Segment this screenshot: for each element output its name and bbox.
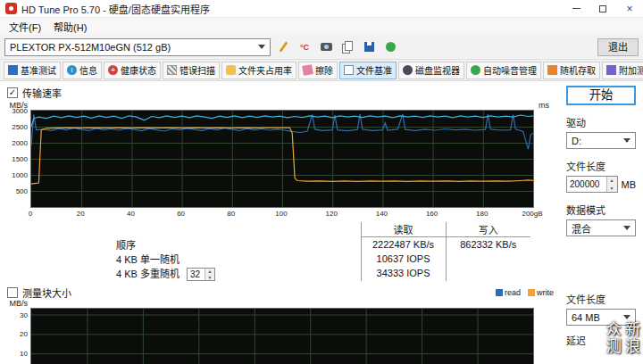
tab-10[interactable]: 附加测试 — [602, 62, 643, 79]
transfer-rate-checkbox[interactable]: ✓ — [7, 87, 18, 98]
transfer-rate-row: ✓ 传输速率 — [7, 86, 554, 100]
x-tick-label: 40 — [127, 210, 135, 218]
drive-select-value: PLEXTOR PX-512M10eGN (512 gB) — [10, 42, 255, 53]
file-length-unit: MB — [622, 179, 637, 190]
y-tick-label: 1000 — [12, 171, 28, 179]
read-value: 34333 IOPS — [361, 266, 446, 282]
tab-label: 文件基准 — [356, 63, 392, 77]
queue-depth-stepper[interactable]: 32▲▼ — [187, 268, 215, 281]
save-icon — [364, 42, 374, 52]
tab-label: 信息 — [79, 63, 97, 77]
exit-button[interactable]: 退出 — [597, 38, 639, 56]
tab-1[interactable]: i信息 — [63, 62, 102, 79]
y-tick-label: 3000 — [12, 107, 28, 115]
drive-letter-value: D: — [572, 136, 620, 146]
file-length-stepper[interactable]: 200000 ▲▼ — [566, 176, 618, 193]
write-legend-swatch — [528, 289, 535, 296]
menu-file[interactable]: 文件(F) — [3, 18, 47, 36]
block-size-checkbox[interactable] — [7, 287, 18, 298]
bottom-file-length-label: 文件长度 — [559, 292, 636, 306]
toolbar: PLEXTOR PX-512M10eGN (512 gB) °C 退出 — [0, 35, 643, 60]
tab-7[interactable]: 磁盘监视器 — [398, 62, 464, 79]
tab-label: 健康状态 — [121, 63, 156, 77]
x-tick-label: 20 — [77, 210, 85, 218]
arrow-up-icon[interactable]: ▲ — [607, 177, 617, 185]
app-icon — [5, 3, 17, 14]
tab-0[interactable]: 基准测试 — [4, 62, 61, 79]
camera-icon — [321, 43, 332, 51]
info-icon: i — [67, 65, 77, 75]
benchmark-area: ✓ 传输速率 MB/s ms 50010001500200025003000 0… — [7, 86, 554, 364]
tab-6[interactable]: 文件基准 — [339, 62, 397, 79]
x-tick-label: 60 — [177, 210, 185, 218]
chevron-down-icon — [623, 138, 630, 143]
tab-9[interactable]: 随机存取 — [543, 62, 600, 79]
y-tick-label: 1500 — [12, 155, 28, 163]
tab-label: 自动噪音管理 — [483, 63, 537, 77]
block-size-label: 测量块大小 — [22, 285, 71, 300]
result-row: 4 KB 多重随机32▲▼34333 IOPS — [111, 266, 530, 282]
close-button[interactable]: × — [616, 0, 643, 17]
screenshot-button[interactable] — [317, 38, 335, 56]
y-tick-label: 2000 — [12, 139, 28, 147]
result-row-label: 4 KB 单一随机 — [111, 252, 361, 266]
drive-letter-select[interactable]: D: — [566, 132, 636, 149]
read-value: 10637 IOPS — [361, 252, 446, 266]
result-row: 4 KB 单一随机10637 IOPS — [111, 252, 530, 266]
block-size-plot — [30, 308, 534, 364]
chevron-down-icon — [623, 315, 630, 319]
acoustic-icon — [471, 65, 480, 75]
x-tick-label: 120 — [326, 210, 338, 218]
benchmark-icon — [8, 65, 18, 75]
read-legend-swatch — [496, 289, 503, 296]
menu-help[interactable]: 帮助(H) — [47, 18, 93, 36]
arrow-down-icon[interactable]: ▼ — [205, 275, 214, 281]
title-bar: HD Tune Pro 5.70 - 硬盘/固态硬盘实用程序 × — [0, 0, 643, 18]
minimize-button[interactable] — [563, 0, 589, 17]
edit-pencil-button[interactable] — [274, 38, 292, 56]
data-mode-select[interactable]: 混合 — [566, 219, 636, 236]
tab-label: 附加测试 — [619, 63, 643, 77]
random-access-icon — [547, 65, 557, 75]
write-value — [446, 266, 530, 282]
acoustic-toolbar-button[interactable] — [381, 38, 399, 56]
y-tick-label: 20 — [20, 330, 28, 338]
result-row-label: 顺序 — [111, 237, 361, 252]
chevron-down-icon — [258, 45, 265, 49]
copy-button[interactable] — [338, 38, 356, 56]
file-length-label: 文件长度 — [559, 159, 636, 173]
maximize-icon — [599, 5, 606, 12]
tab-bar: 基准测试i信息+健康状态错误扫描文件夹占用率擦除文件基准磁盘监视器自动噪音管理随… — [0, 60, 643, 81]
temperature-button[interactable]: °C — [296, 38, 313, 56]
x-tick-label: 140 — [376, 210, 388, 218]
start-button[interactable]: 开始 — [566, 86, 636, 105]
result-row: 顺序2222487 KB/s862332 KB/s — [111, 237, 530, 252]
temperature-icon: °C — [300, 43, 309, 52]
drive-select[interactable]: PLEXTOR PX-512M10eGN (512 gB) — [4, 38, 271, 56]
transfer-rate-plot — [30, 110, 534, 208]
tab-2[interactable]: +健康状态 — [104, 62, 161, 79]
tab-5[interactable]: 擦除 — [298, 62, 338, 79]
x-tick-label: 180 — [476, 210, 488, 218]
transfer-rate-label: 传输速率 — [22, 86, 62, 100]
tab-3[interactable]: 错误扫描 — [163, 62, 220, 79]
tab-label: 错误扫描 — [180, 63, 215, 77]
drive-label: 驱动 — [559, 115, 636, 129]
health-icon: + — [108, 65, 118, 75]
copy-icon — [345, 41, 353, 51]
stepper-arrows[interactable]: ▲▼ — [606, 177, 617, 192]
maximize-button[interactable] — [589, 0, 616, 17]
main-chart-axis-units: MB/s ms — [7, 100, 554, 110]
legend-read: read — [496, 288, 521, 297]
write-column-header: 写入 — [446, 222, 530, 237]
save-button[interactable] — [360, 38, 378, 56]
tab-8[interactable]: 自动噪音管理 — [466, 62, 541, 79]
tab-label: 文件夹占用率 — [238, 63, 292, 77]
block-chart-axis-units: MB/s — [7, 299, 554, 308]
arrow-down-icon[interactable]: ▼ — [607, 185, 617, 193]
tab-4[interactable]: 文件夹占用率 — [221, 62, 296, 79]
y-tick-label: 2500 — [12, 123, 28, 131]
file-length-row: 200000 ▲▼ MB — [566, 176, 636, 193]
scan-icon — [167, 65, 177, 75]
file-length-value: 200000 — [567, 177, 606, 192]
